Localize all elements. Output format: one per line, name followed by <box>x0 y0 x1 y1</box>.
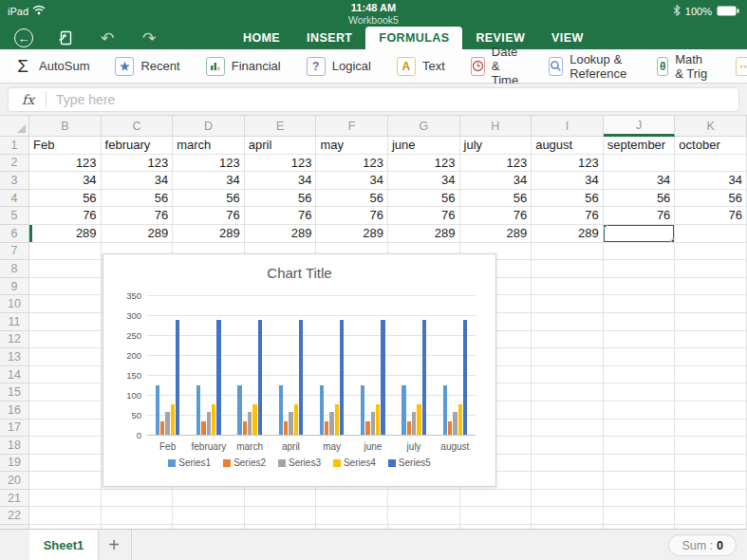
cell-G2[interactable]: 123 <box>388 155 460 173</box>
cell-K7[interactable] <box>675 243 747 261</box>
cell-I22[interactable] <box>532 507 604 525</box>
cell-C6[interactable]: 289 <box>102 225 174 243</box>
cell-K17[interactable] <box>675 420 747 438</box>
cell-G22[interactable] <box>388 507 460 525</box>
cell-J16[interactable] <box>604 401 676 420</box>
cell-F4[interactable]: 56 <box>316 190 388 208</box>
cell-F5[interactable]: 76 <box>316 207 388 225</box>
tab-home[interactable]: HOME <box>230 27 293 49</box>
cell-I15[interactable] <box>532 383 604 401</box>
cell-B18[interactable] <box>29 437 102 455</box>
cell-I8[interactable] <box>532 260 604 278</box>
cell-K8[interactable] <box>675 260 747 278</box>
column-header-f[interactable]: F <box>316 116 388 137</box>
column-header-c[interactable]: C <box>102 116 174 137</box>
cell-F21[interactable] <box>316 490 388 508</box>
row-header-8[interactable]: 8 <box>0 260 29 278</box>
cell-G6[interactable]: 289 <box>388 225 460 243</box>
cell-B15[interactable] <box>29 383 102 401</box>
row-header-4[interactable]: 4 <box>0 190 29 208</box>
back-button[interactable]: ← <box>13 28 34 48</box>
save-icon[interactable] <box>55 28 76 48</box>
cell-J2[interactable] <box>604 155 676 173</box>
cell-B11[interactable] <box>29 313 102 331</box>
cell-J7[interactable] <box>604 243 676 261</box>
row-header-20[interactable]: 20 <box>0 472 29 490</box>
cell-K18[interactable] <box>675 437 747 455</box>
cell-G5[interactable]: 76 <box>388 207 460 225</box>
row-header-5[interactable]: 5 <box>0 207 29 225</box>
cell-H1[interactable]: july <box>460 137 532 155</box>
cell-D4[interactable]: 56 <box>173 190 245 208</box>
column-header-k[interactable]: K <box>675 116 747 137</box>
cell-G4[interactable]: 56 <box>388 190 460 208</box>
cell-E3[interactable]: 34 <box>245 172 317 190</box>
cell-D3[interactable]: 34 <box>173 172 245 190</box>
financial-button[interactable]: Financial <box>206 57 281 76</box>
cell-H3[interactable]: 34 <box>460 172 532 190</box>
cell-K11[interactable] <box>675 313 747 331</box>
cell-K1[interactable]: october <box>675 137 747 155</box>
formula-input[interactable] <box>47 92 738 107</box>
cell-H2[interactable]: 123 <box>460 155 532 173</box>
cell-C2[interactable]: 123 <box>102 155 174 173</box>
cell-E5[interactable]: 76 <box>245 207 317 225</box>
column-header-b[interactable]: B <box>29 116 102 137</box>
cell-I6[interactable]: 289 <box>532 225 604 243</box>
cell-J13[interactable] <box>604 348 676 366</box>
cell-B12[interactable] <box>29 331 102 349</box>
row-header-10[interactable]: 10 <box>0 295 29 313</box>
cell-K12[interactable] <box>675 331 747 349</box>
cell-B6[interactable]: 289 <box>29 225 102 243</box>
cell-I14[interactable] <box>532 366 604 384</box>
cell-K13[interactable] <box>675 348 747 366</box>
cell-K21[interactable] <box>675 490 747 508</box>
cell-B13[interactable] <box>29 348 102 366</box>
cell-F1[interactable]: may <box>316 137 388 155</box>
cell-E2[interactable]: 123 <box>245 155 317 173</box>
cell-C4[interactable]: 56 <box>102 190 174 208</box>
cell-J14[interactable] <box>604 366 676 384</box>
cell-J15[interactable] <box>604 383 676 401</box>
cell-D22[interactable] <box>173 507 245 525</box>
row-header-13[interactable]: 13 <box>0 348 29 366</box>
row-header-18[interactable]: 18 <box>0 437 29 455</box>
cell-J18[interactable] <box>604 437 676 455</box>
cell-I4[interactable]: 56 <box>532 190 604 208</box>
cell-B5[interactable]: 76 <box>29 207 102 225</box>
tab-formulas[interactable]: FORMULAS <box>365 27 462 49</box>
cell-J11[interactable] <box>604 313 676 331</box>
cell-H22[interactable] <box>460 507 532 525</box>
row-header-17[interactable]: 17 <box>0 420 29 438</box>
cell-I3[interactable]: 34 <box>532 172 604 190</box>
cell-F2[interactable]: 123 <box>316 155 388 173</box>
column-header-i[interactable]: I <box>532 116 604 137</box>
cell-J1[interactable]: september <box>604 137 676 155</box>
cell-G1[interactable]: june <box>388 137 460 155</box>
text-button[interactable]: AText <box>397 57 445 76</box>
cell-K9[interactable] <box>675 278 747 296</box>
cell-B16[interactable] <box>29 401 102 420</box>
row-header-9[interactable]: 9 <box>0 278 29 296</box>
cell-D1[interactable]: march <box>173 137 245 155</box>
cell-I16[interactable] <box>532 401 604 420</box>
cell-C22[interactable] <box>102 507 174 525</box>
cell-C5[interactable]: 76 <box>102 207 174 225</box>
cell-J3[interactable]: 34 <box>604 172 676 190</box>
autosum-button[interactable]: ΣAutoSum <box>13 57 89 76</box>
cell-I17[interactable] <box>532 420 604 438</box>
cell-C21[interactable] <box>102 490 174 508</box>
row-header-7[interactable]: 7 <box>0 243 29 261</box>
cell-K6[interactable] <box>675 225 747 243</box>
cell-I9[interactable] <box>532 278 604 296</box>
redo-icon[interactable]: ↷ <box>139 28 159 48</box>
cell-J21[interactable] <box>604 490 676 508</box>
row-header-12[interactable]: 12 <box>0 331 29 349</box>
cell-C1[interactable]: february <box>102 137 174 155</box>
lookup-reference-button[interactable]: Lookup & Reference <box>549 52 631 81</box>
cell-I21[interactable] <box>532 490 604 508</box>
cell-F6[interactable]: 289 <box>316 225 388 243</box>
cell-J20[interactable] <box>604 472 676 490</box>
row-header-3[interactable]: 3 <box>0 172 29 190</box>
cell-J22[interactable] <box>604 507 676 525</box>
